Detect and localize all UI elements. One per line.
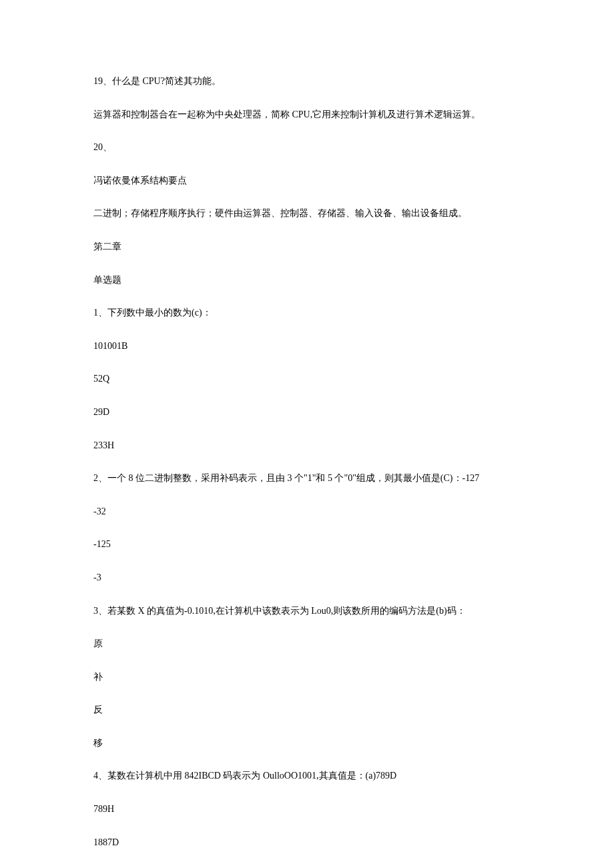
paragraph: 789H	[93, 803, 521, 816]
paragraph: 2、一个 8 位二进制整数，采用补码表示，且由 3 个"1"和 5 个"0"组成…	[93, 472, 521, 485]
paragraph: 233H	[93, 439, 521, 452]
paragraph: 原	[93, 637, 521, 650]
paragraph: 20、	[93, 141, 521, 154]
paragraph: 第二章	[93, 240, 521, 254]
paragraph: 1887D	[93, 836, 521, 849]
paragraph: 19、什么是 CPU?简述其功能。	[93, 75, 521, 88]
paragraph: 101001B	[93, 340, 521, 353]
paragraph: 29D	[93, 406, 521, 419]
paragraph: -3	[93, 571, 521, 584]
paragraph: 1、下列数中最小的数为(c)：	[93, 306, 521, 320]
paragraph: 冯诺依曼体系结构要点	[93, 174, 521, 187]
paragraph: 运算器和控制器合在一起称为中央处理器，简称 CPU,它用来控制计算机及进行算术逻…	[93, 108, 521, 121]
paragraph: 52Q	[93, 372, 521, 386]
paragraph: 二进制；存储程序顺序执行；硬件由运算器、控制器、存储器、输入设备、输出设备组成。	[93, 207, 521, 220]
paragraph: 3、若某数 X 的真值为-0.1010,在计算机中该数表示为 Lou0,则该数所…	[93, 604, 521, 618]
paragraph: 补	[93, 671, 521, 684]
document-page: 19、什么是 CPU?简述其功能。 运算器和控制器合在一起称为中央处理器，简称 …	[0, 0, 614, 868]
paragraph: 单选题	[93, 274, 521, 287]
paragraph: -32	[93, 505, 521, 518]
paragraph: -125	[93, 538, 521, 551]
paragraph: 反	[93, 703, 521, 717]
paragraph: 移	[93, 737, 521, 750]
paragraph: 4、某数在计算机中用 842IBCD 码表示为 OulloOO1001,其真值是…	[93, 769, 521, 783]
